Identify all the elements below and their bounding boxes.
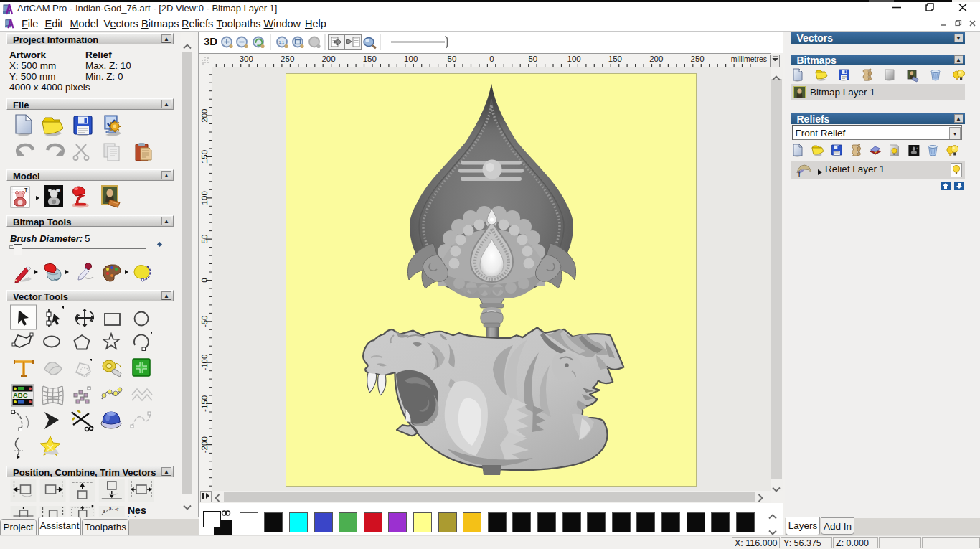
svg-text:ABC: ABC bbox=[13, 391, 28, 399]
svg-text:-100: -100 bbox=[401, 55, 418, 63]
svg-text:100: 100 bbox=[567, 55, 581, 63]
svg-text:-150: -150 bbox=[360, 55, 377, 63]
svg-text:a: a bbox=[109, 506, 112, 511]
svg-text:T: T bbox=[24, 187, 28, 192]
svg-text:150: 150 bbox=[608, 55, 622, 63]
svg-text:200: 200 bbox=[649, 55, 663, 63]
svg-text:1:1: 1:1 bbox=[279, 40, 285, 44]
svg-text:250: 250 bbox=[691, 55, 705, 63]
svg-text:millimetres: millimetres bbox=[731, 55, 767, 63]
svg-text:-250: -250 bbox=[278, 55, 294, 63]
svg-text:-300: -300 bbox=[237, 55, 253, 63]
svg-text:50: 50 bbox=[528, 55, 537, 63]
svg-text:-50: -50 bbox=[445, 55, 457, 63]
svg-text:0: 0 bbox=[489, 55, 494, 63]
svg-text:-200: -200 bbox=[319, 55, 336, 63]
svg-text:3D: 3D bbox=[204, 35, 217, 47]
svg-text:T: T bbox=[58, 188, 62, 193]
